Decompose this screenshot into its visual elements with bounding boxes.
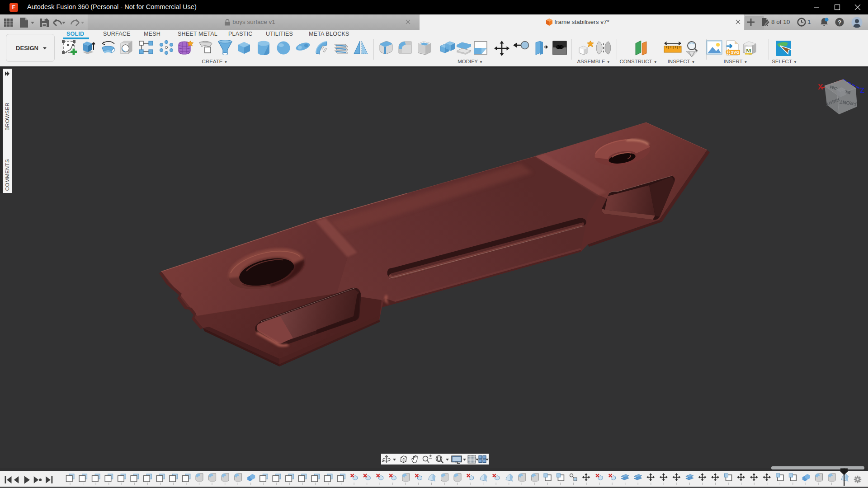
svg-text:M: M [746,47,751,54]
svg-text:X: X [818,83,823,91]
svg-text:?: ? [838,19,841,26]
svg-text:Z: Z [860,86,864,95]
svg-text:SVG: SVG [731,50,739,55]
